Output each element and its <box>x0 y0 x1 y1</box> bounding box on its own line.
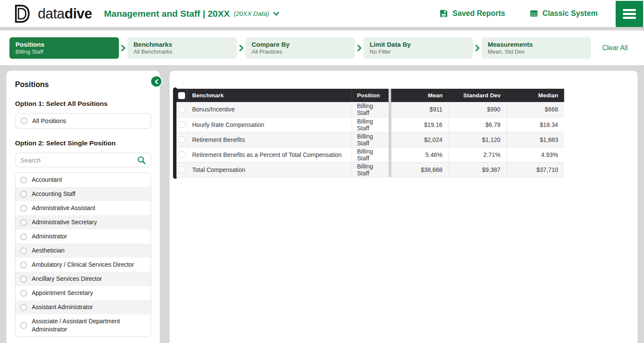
row-checkbox[interactable] <box>178 166 185 173</box>
radio-button[interactable] <box>20 219 27 226</box>
row-checkbox[interactable] <box>178 106 185 113</box>
wordmark-regular: data <box>38 6 64 21</box>
position-list-item-administrative-assistant[interactable]: Administrative Assistant <box>15 201 151 215</box>
stepper-step-benchmarks[interactable]: BenchmarksAll Benchmarks <box>128 37 237 59</box>
chevron-left-icon <box>154 79 159 84</box>
select-all-checkbox[interactable] <box>178 92 185 99</box>
radio-button[interactable] <box>20 191 27 198</box>
position-cell: Billing Staff <box>352 162 389 177</box>
std-dev-cell: $6.79 <box>449 117 507 132</box>
radio-button[interactable] <box>20 304 27 311</box>
radio-button[interactable] <box>20 247 27 254</box>
column-header-position[interactable]: Position <box>352 89 389 102</box>
position-list-item-assistant-administrator[interactable]: Assistant Administrator <box>15 300 151 314</box>
position-list-item-associate-assistant-department-administrator[interactable]: Associate / Assistant Department Adminis… <box>15 314 151 337</box>
std-dev-cell: 2.71% <box>449 147 507 162</box>
stepper-steps: PositionsBilling StaffBenchmarksAll Benc… <box>9 37 591 59</box>
chevron-right-icon <box>237 45 246 51</box>
median-cell: $18.34 <box>507 117 564 132</box>
wordmark-bold: dive <box>64 6 92 21</box>
row-checkbox[interactable] <box>178 151 185 158</box>
position-list-item-administrator[interactable]: Administrator <box>15 229 151 244</box>
benchmark-cell: Retirement Benefits as a Percent of Tota… <box>187 147 352 162</box>
datadive-wordmark: datadive <box>38 6 92 22</box>
position-list-item-ancillary-services-director[interactable]: Ancillary Services Director <box>15 272 151 286</box>
position-list-item-ambulatory-clinical-services-director[interactable]: Ambulatory / Clinical Services Director <box>15 258 151 272</box>
step-title: Positions <box>15 41 113 48</box>
position-list-item-accounting-staff[interactable]: Accounting Staff <box>15 187 151 201</box>
saved-reports-link[interactable]: Saved Reports <box>439 9 505 18</box>
table-body: Bonus/IncentiveBilling Staff$911$990$668… <box>176 102 564 177</box>
mean-cell: $2,024 <box>391 132 449 147</box>
stepper-step-compare-by[interactable]: Compare ByAll Practices <box>246 37 355 59</box>
option1-heading: Option 1: Select All Positions <box>15 100 151 108</box>
median-cell: $668 <box>507 102 564 117</box>
column-header-median[interactable]: Median <box>507 89 564 102</box>
sidebar-title: Positions <box>15 80 151 89</box>
position-cell: Billing Staff <box>352 147 389 162</box>
radio-button[interactable] <box>20 233 27 240</box>
radio-button[interactable] <box>20 276 27 283</box>
search-input[interactable] <box>20 156 134 164</box>
column-header-mean[interactable]: Mean <box>391 89 449 102</box>
clear-all-button[interactable]: Clear All <box>602 44 628 52</box>
stepper-step-limit-data-by[interactable]: Limit Data ByNo Filter <box>364 37 473 59</box>
header-links: Saved Reports Classic System <box>439 9 598 18</box>
benchmark-cell: Bonus/Incentive <box>187 102 352 117</box>
radio-button[interactable] <box>21 117 27 124</box>
std-dev-cell: $9,387 <box>449 162 507 177</box>
radio-button[interactable] <box>20 177 27 184</box>
row-checkbox[interactable] <box>178 136 185 143</box>
saved-reports-label: Saved Reports <box>453 9 505 18</box>
radio-button[interactable] <box>20 290 27 297</box>
row-checkbox-cell <box>176 117 187 132</box>
row-checkbox-cell <box>176 147 187 162</box>
radio-button[interactable] <box>20 262 27 268</box>
radio-button[interactable] <box>20 322 27 329</box>
position-list-item-administrative-secretary[interactable]: Administrative Secretary <box>15 215 151 229</box>
position-search <box>15 153 151 167</box>
position-cell: Billing Staff <box>352 132 389 147</box>
stepper-step-measurements[interactable]: MeasurementsMean, Std Dev <box>482 37 591 59</box>
position-label: Assistant Administrator <box>32 303 93 311</box>
stepper-step-positions[interactable]: PositionsBilling Staff <box>9 37 119 59</box>
app-header: datadive Management and Staff | 20XX (20… <box>0 0 644 29</box>
position-label: Administrator <box>32 232 67 241</box>
position-label: Appointment Secretary <box>32 289 93 297</box>
classic-system-link[interactable]: Classic System <box>529 9 598 18</box>
row-checkbox-cell <box>176 162 187 177</box>
datadive-logo: datadive <box>13 4 92 23</box>
position-label: Aesthetician <box>32 247 64 255</box>
position-label: Administrative Secretary <box>32 218 97 226</box>
report-title-dropdown[interactable]: Management and Staff | 20XX (20XX Data) <box>104 9 279 19</box>
benchmark-cell: Retirement Benefits <box>187 132 352 147</box>
table-row-total-compensation: Total CompensationBilling Staff$38,668$9… <box>176 162 564 177</box>
step-subtitle: All Practices <box>252 48 349 55</box>
median-cell: $1,683 <box>507 132 564 147</box>
position-list-item-aesthetician[interactable]: Aesthetician <box>15 244 151 258</box>
std-dev-cell: $990 <box>449 102 507 117</box>
column-header-standard-dev[interactable]: Standard Dev <box>449 89 507 102</box>
position-list-item-appointment-secretary[interactable]: Appointment Secretary <box>15 286 151 300</box>
column-header-benchmark[interactable]: Benchmark <box>187 89 352 102</box>
datadive-logo-icon <box>13 4 30 23</box>
mean-cell: 5.46% <box>391 147 449 162</box>
std-dev-cell: $1,120 <box>449 132 507 147</box>
menu-button[interactable] <box>616 1 643 27</box>
position-list-item-accountant[interactable]: Accountant <box>15 173 151 187</box>
chevron-right-icon <box>119 45 128 51</box>
table-row-retirement-benefits: Retirement BenefitsBilling Staff$2,024$1… <box>176 132 564 147</box>
all-positions-label: All Positions <box>32 117 66 124</box>
collapse-sidebar-button[interactable] <box>150 75 162 87</box>
benchmark-cell: Hourly Rate Compensation <box>187 117 352 132</box>
row-checkbox[interactable] <box>178 121 185 128</box>
step-subtitle: Billing Staff <box>15 48 113 55</box>
table-row-hourly-rate-compensation: Hourly Rate CompensationBilling Staff$19… <box>176 117 564 132</box>
search-icon[interactable] <box>137 156 146 165</box>
mean-cell: $19.16 <box>391 117 449 132</box>
option2-heading: Option 2: Select Single Position <box>15 139 151 147</box>
radio-button[interactable] <box>20 205 27 212</box>
step-subtitle: All Benchmarks <box>134 48 231 55</box>
mean-cell: $38,668 <box>391 162 449 177</box>
all-positions-option[interactable]: All Positions <box>15 113 151 129</box>
